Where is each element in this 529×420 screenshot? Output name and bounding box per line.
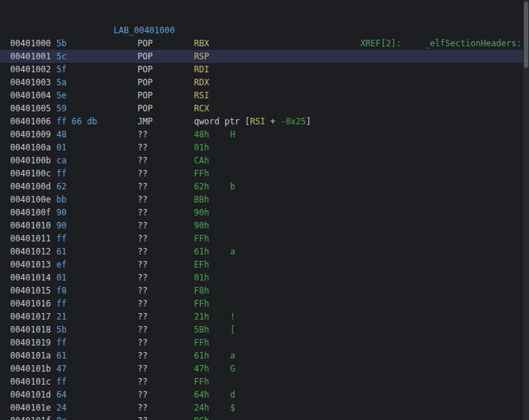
mnemonic-field[interactable]: ?? <box>137 284 148 297</box>
bytes-field[interactable]: 01 <box>56 141 67 154</box>
bytes-field[interactable]: ca <box>56 154 67 167</box>
operand-field[interactable]: 21h <box>194 310 209 323</box>
listing-row[interactable]: 0040100948??48hH <box>0 128 523 141</box>
mnemonic-field[interactable]: ?? <box>137 388 148 401</box>
mnemonic-field[interactable]: ?? <box>137 167 148 180</box>
operand-field[interactable]: RBX <box>194 37 209 50</box>
listing-row[interactable]: 004010185b??5Bh[ <box>0 323 523 336</box>
mnemonic-field[interactable]: ?? <box>137 310 148 323</box>
operand-field[interactable]: F8h <box>194 284 209 297</box>
bytes-field[interactable]: 5a <box>56 76 67 89</box>
bytes-field[interactable]: 61 <box>56 349 67 362</box>
operand-segment-const[interactable]: FFh <box>194 299 209 309</box>
operand-segment-reg[interactable]: RDX <box>194 77 209 87</box>
bytes-field[interactable]: 90 <box>56 206 67 219</box>
bytes-field[interactable]: 48 <box>56 128 67 141</box>
mnemonic-field[interactable]: ?? <box>137 232 148 245</box>
operand-field[interactable]: 64h <box>194 388 209 401</box>
mnemonic-field[interactable]: ?? <box>137 180 148 193</box>
listing-row[interactable]: 00401006ff 66 dbJMPqword ptr [RSI + -0x2… <box>0 115 523 128</box>
listing-row[interactable]: 0040101b47??47hG <box>0 362 523 375</box>
operand-field[interactable]: RDX <box>194 76 209 89</box>
mnemonic-field[interactable]: POP <box>137 50 153 63</box>
mnemonic-field[interactable]: ?? <box>137 141 148 154</box>
mnemonic-field[interactable]: POP <box>137 37 153 50</box>
scrollbar-thumb[interactable] <box>524 1 528 68</box>
mnemonic-field[interactable]: ?? <box>137 336 148 349</box>
operand-field[interactable]: FFh <box>194 297 209 310</box>
mnemonic-field[interactable]: ?? <box>137 193 148 206</box>
address-field[interactable]: 00401000 <box>10 37 51 50</box>
mnemonic-field[interactable]: ?? <box>137 323 148 336</box>
mnemonic-field[interactable]: ?? <box>137 154 148 167</box>
operand-segment-const[interactable]: 90h <box>194 220 209 231</box>
operand-field[interactable]: 61h <box>194 349 209 362</box>
operand-segment-const[interactable]: 01h <box>194 273 209 283</box>
operand-segment-const[interactable]: 61h <box>194 351 209 361</box>
address-field[interactable]: 0040101c <box>10 375 51 388</box>
listing-row[interactable]: 00401011ff??FFh <box>0 232 523 245</box>
operand-segment-const[interactable]: 90h <box>194 207 209 218</box>
bytes-field[interactable]: 47 <box>56 362 67 375</box>
address-field[interactable]: 00401005 <box>10 102 51 115</box>
operand-segment-text[interactable]: qword ptr [ <box>194 116 250 127</box>
operand-field[interactable]: 47h <box>194 362 209 375</box>
operand-segment-const[interactable]: FFh <box>194 233 209 244</box>
address-field[interactable]: 0040100b <box>10 154 51 167</box>
address-field[interactable]: 0040101f <box>10 414 51 420</box>
ascii-char-field[interactable]: ! <box>230 310 235 323</box>
operand-segment-text[interactable]: ] <box>306 116 311 127</box>
operand-field[interactable]: CAh <box>194 154 209 167</box>
address-field[interactable]: 0040101b <box>10 362 51 375</box>
operand-field[interactable]: RCX <box>194 102 209 115</box>
ascii-char-field[interactable]: b <box>230 180 235 193</box>
listing-row[interactable]: 0040101090??90h <box>0 219 523 232</box>
mnemonic-field[interactable]: ?? <box>137 128 148 141</box>
bytes-field[interactable]: ff <box>56 297 67 310</box>
operand-segment-reg[interactable]: RSI <box>194 90 209 100</box>
address-field[interactable]: 00401017 <box>10 310 51 323</box>
address-field[interactable]: 00401009 <box>10 128 51 141</box>
mnemonic-field[interactable]: POP <box>137 76 153 89</box>
operand-segment-reg[interactable]: RCX <box>194 103 209 113</box>
bytes-field[interactable]: ef <box>56 258 67 271</box>
operand-segment-scalar[interactable]: -0x25 <box>281 116 306 127</box>
operand-segment-const[interactable]: FFh <box>194 338 209 348</box>
operand-segment-const[interactable]: 47h <box>194 364 209 374</box>
vertical-scrollbar[interactable] <box>523 0 529 420</box>
bytes-field[interactable]: 59 <box>56 102 67 115</box>
listing-row[interactable]: 0040100d62??62hb <box>0 180 523 193</box>
mnemonic-field[interactable]: ?? <box>137 271 148 284</box>
operand-segment-const[interactable]: BBh <box>194 194 209 205</box>
operand-field[interactable]: 61h <box>194 245 209 258</box>
bytes-field[interactable]: 90 <box>56 219 67 232</box>
operand-field[interactable]: 9Ch <box>194 414 209 420</box>
bytes-field[interactable]: f8 <box>56 284 67 297</box>
operand-field[interactable]: 90h <box>194 219 209 232</box>
mnemonic-field[interactable]: JMP <box>137 115 153 128</box>
operand-segment-const[interactable]: 61h <box>194 247 209 257</box>
address-field[interactable]: 0040101e <box>10 401 51 414</box>
bytes-field[interactable]: 9c <box>56 414 67 420</box>
operand-segment-const[interactable]: FFh <box>194 377 209 387</box>
address-field[interactable]: 00401014 <box>10 271 51 284</box>
listing-row[interactable]: 0040101a61??61ha <box>0 349 523 362</box>
listing-row[interactable]: 0040101d64??64hd <box>0 388 523 401</box>
bytes-field[interactable]: 64 <box>56 388 67 401</box>
operand-field[interactable]: FFh <box>194 167 209 180</box>
operand-field[interactable]: 5Bh <box>194 323 209 336</box>
address-field[interactable]: 00401015 <box>10 284 51 297</box>
listing-row[interactable]: 004010005bPOPRBX <box>0 37 523 50</box>
mnemonic-field[interactable]: POP <box>137 102 153 115</box>
operand-segment-const[interactable]: CAh <box>194 155 209 166</box>
listing-row[interactable]: 00401013ef??EFh <box>0 258 523 271</box>
mnemonic-field[interactable]: ?? <box>137 401 148 414</box>
ascii-char-field[interactable]: H <box>230 128 235 141</box>
address-field[interactable]: 00401002 <box>10 63 51 76</box>
bytes-field[interactable]: 5e <box>56 89 67 102</box>
bytes-field[interactable]: 24 <box>56 401 67 414</box>
operand-field[interactable]: 48h <box>194 128 209 141</box>
operand-field[interactable]: qword ptr [RSI + -0x25] <box>194 115 311 128</box>
address-field[interactable]: 00401013 <box>10 258 51 271</box>
operand-segment-const[interactable]: FFh <box>194 168 209 179</box>
